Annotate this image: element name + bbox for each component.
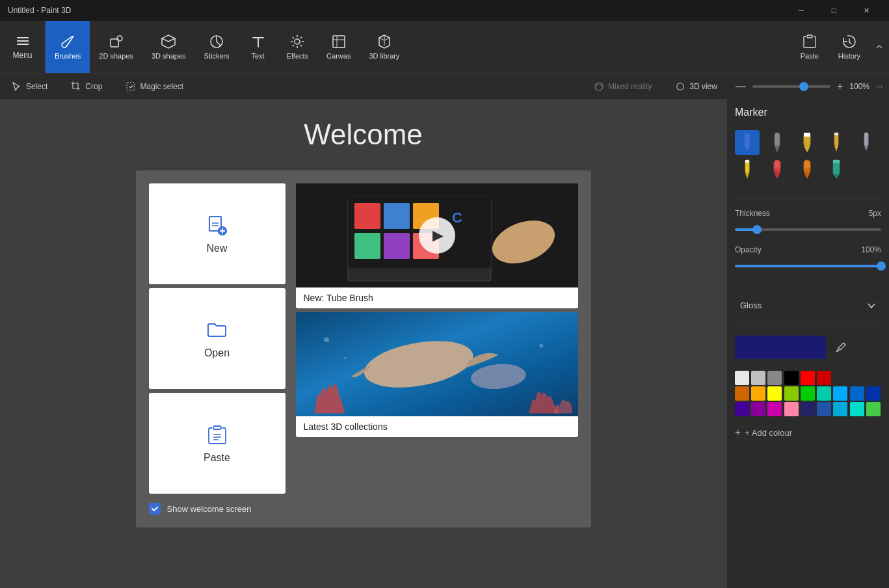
svg-marker-51 (744, 144, 750, 151)
swatch-black[interactable] (784, 371, 799, 385)
swatch-pink[interactable] (767, 402, 782, 416)
paste-button[interactable]: Paste (149, 393, 285, 494)
welcome-footer: Show welcome screen (149, 503, 578, 514)
svg-marker-56 (804, 146, 810, 152)
swatch-white[interactable] (735, 371, 749, 385)
close-button[interactable]: ✕ (851, 0, 881, 21)
brush-pen-2[interactable] (854, 130, 879, 155)
brush-marker-3[interactable] (795, 157, 819, 182)
svg-rect-40 (354, 233, 380, 259)
swatch-green[interactable] (801, 386, 815, 401)
brush-marker-1[interactable] (735, 130, 760, 155)
swatch-navy[interactable] (801, 402, 815, 416)
welcome-row: New Open (149, 183, 578, 494)
swatch-red[interactable] (801, 371, 815, 385)
toolbar-item-3d-shapes[interactable]: 3D shapes (142, 21, 195, 73)
brush-marker-2[interactable] (765, 157, 789, 182)
swatch-blue[interactable] (850, 386, 864, 401)
divider-1 (735, 198, 881, 198)
zoom-plus[interactable]: + (837, 81, 843, 92)
svg-rect-37 (354, 203, 380, 229)
toolbar-item-effects[interactable]: Effects (278, 21, 317, 73)
swatch-lgray[interactable] (751, 371, 765, 385)
color-preview[interactable] (735, 336, 826, 359)
toolbar-item-history[interactable]: History (829, 21, 869, 73)
swatch-cyan[interactable] (833, 402, 847, 416)
swatch-amber[interactable] (751, 386, 765, 401)
crop-tool[interactable]: Crop (66, 79, 107, 94)
swatch-lime[interactable] (866, 402, 881, 416)
svg-rect-60 (864, 133, 868, 146)
minimize-button[interactable]: ─ (786, 0, 816, 21)
swatch-yellow[interactable] (767, 386, 782, 401)
toolbar-item-canvas[interactable]: Canvas (317, 21, 360, 73)
svg-point-48 (360, 334, 477, 395)
opacity-slider[interactable] (735, 265, 881, 267)
text-label: Text (252, 52, 265, 60)
swatch-ylgn[interactable] (784, 386, 799, 401)
brushes-label: Brushes (55, 52, 81, 60)
swatch-mgray[interactable] (767, 371, 782, 385)
zoom-percent: 100% (849, 82, 869, 91)
opacity-value: 100% (855, 245, 881, 254)
select-tool[interactable]: Select (7, 79, 53, 94)
brush-special-1[interactable] (824, 157, 849, 182)
brush-crayon-1[interactable] (795, 130, 819, 155)
brush-pen-1[interactable] (765, 130, 789, 155)
open-button-label: Open (204, 347, 230, 359)
new-button[interactable]: New (149, 183, 285, 284)
toolbar-item-2d-shapes[interactable]: 2D shapes (90, 21, 142, 73)
swatch-empty2 (850, 371, 864, 385)
swatch-aqua[interactable] (850, 402, 864, 416)
svg-marker-70 (804, 172, 810, 178)
show-welcome-checkbox[interactable] (149, 503, 161, 514)
svg-point-7 (295, 39, 300, 44)
3d-view-tool[interactable]: 3D view (670, 79, 723, 94)
toolbar-item-paste[interactable]: Paste (790, 21, 829, 73)
svg-rect-55 (804, 133, 810, 137)
swatch-violet[interactable] (751, 402, 765, 416)
more-options[interactable]: ··· (876, 82, 882, 91)
swatch-purple[interactable] (735, 402, 749, 416)
menu-button[interactable]: Menu (0, 21, 46, 73)
eyedropper-button[interactable] (831, 338, 851, 357)
swatch-teal[interactable] (817, 386, 831, 401)
add-colour-button[interactable]: + + Add colour (735, 423, 881, 442)
mixed-reality-tool[interactable]: Mixed reality (589, 79, 657, 94)
swatch-orange[interactable] (735, 386, 749, 401)
tube-brush-label: New: Tube Brush (296, 287, 578, 308)
toolbar-item-brushes[interactable]: Brushes (46, 21, 90, 73)
3d-collections-card[interactable]: Latest 3D collections (296, 312, 578, 437)
effects-label: Effects (287, 52, 308, 60)
2d-shapes-label: 2D shapes (99, 52, 133, 60)
svg-rect-30 (213, 426, 221, 429)
canvas-area: Welcome (0, 99, 726, 588)
magic-select-tool[interactable]: Magic select (120, 79, 189, 94)
swatch-sky[interactable] (833, 386, 847, 401)
gloss-dropdown[interactable]: Gloss (735, 297, 881, 314)
maximize-button[interactable]: □ (819, 0, 849, 21)
toolbar-item-3d-library[interactable]: 3D library (360, 21, 408, 73)
open-button[interactable]: Open (149, 288, 285, 389)
play-button[interactable]: ▶ (419, 217, 455, 254)
svg-rect-2 (17, 44, 29, 45)
zoom-slider[interactable] (752, 85, 830, 88)
tube-brush-card[interactable]: C ▶ New: Tube Brush (296, 183, 578, 308)
app-title: Untitled - Paint 3D (8, 6, 71, 15)
panel-title: Marker (735, 107, 881, 118)
swatch-empty3 (866, 371, 881, 385)
brush-pencil-1[interactable] (824, 130, 849, 155)
svg-rect-22 (127, 83, 135, 90)
brush-pencil-2[interactable] (735, 157, 760, 182)
swatch-dred[interactable] (817, 371, 831, 385)
toolbar-collapse-button[interactable] (869, 21, 889, 73)
mixed-reality-label: Mixed reality (608, 82, 652, 91)
paste-welcome-button-label: Paste (204, 452, 230, 464)
toolbar-item-stickers[interactable]: Stickers (195, 21, 239, 73)
swatch-dblue[interactable] (866, 386, 881, 401)
zoom-minus[interactable]: — (736, 81, 746, 92)
toolbar-item-text[interactable]: Text (239, 21, 278, 73)
swatch-midblue[interactable] (817, 402, 831, 416)
thickness-slider[interactable] (735, 228, 881, 231)
swatch-lpink[interactable] (784, 402, 799, 416)
